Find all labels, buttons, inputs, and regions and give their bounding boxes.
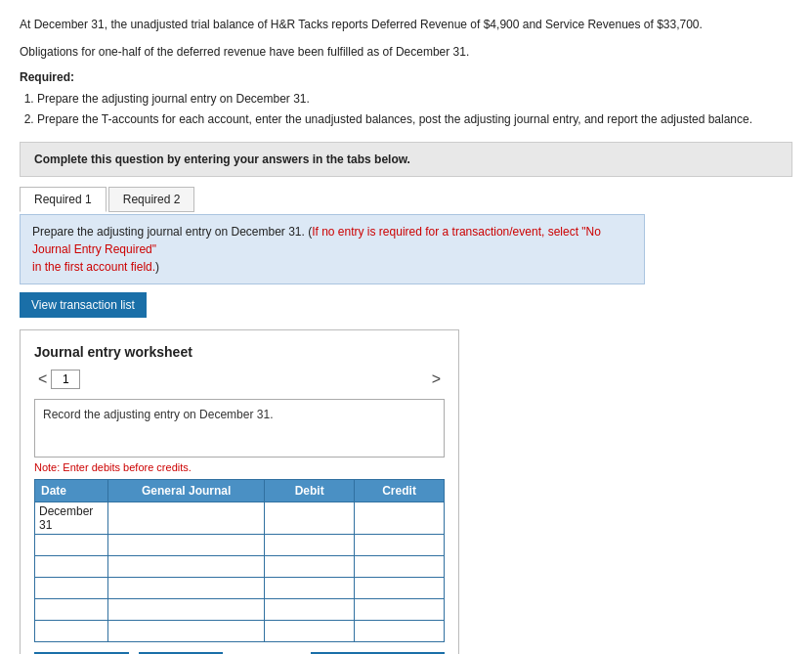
credit-input-6[interactable] — [359, 625, 440, 638]
debit-input-4[interactable] — [269, 582, 350, 595]
credit-input-3[interactable] — [359, 560, 440, 574]
credit-cell-3[interactable] — [355, 556, 445, 578]
debit-cell-6[interactable] — [265, 621, 355, 642]
journal-cell-4[interactable] — [108, 578, 265, 599]
debit-cell-3[interactable] — [265, 556, 355, 578]
instructions: Prepare the adjusting journal entry on D… — [20, 90, 792, 128]
journal-input-4[interactable] — [112, 582, 260, 595]
journal-cell-3[interactable] — [108, 556, 265, 578]
credit-cell-5[interactable] — [355, 599, 445, 621]
table-row — [35, 599, 445, 621]
required-label: Required: — [20, 70, 792, 84]
complete-box: Complete this question by entering your … — [20, 142, 792, 177]
credit-cell-2[interactable] — [355, 535, 445, 556]
credit-input-1[interactable] — [359, 511, 440, 525]
journal-cell-6[interactable] — [108, 621, 265, 642]
prev-page-btn[interactable]: < — [34, 371, 51, 388]
intro-paragraph: At December 31, the unadjusted trial bal… — [20, 16, 792, 61]
table-row: December 31 — [35, 502, 445, 535]
journal-cell-1[interactable] — [108, 502, 265, 535]
date-cell-4 — [35, 578, 108, 599]
credit-cell-6[interactable] — [355, 621, 445, 642]
credit-cell-1[interactable] — [355, 502, 445, 535]
intro-text-line2: Obligations for one-half of the deferred… — [20, 43, 792, 61]
journal-cell-2[interactable] — [108, 535, 265, 556]
journal-input-5[interactable] — [112, 603, 260, 617]
debit-input-5[interactable] — [269, 603, 350, 617]
view-transaction-btn[interactable]: View transaction list — [20, 292, 147, 318]
debit-input-3[interactable] — [269, 560, 350, 574]
nav-row: < > — [34, 370, 445, 389]
note-text: Note: Enter debits before credits. — [34, 461, 445, 473]
credit-input-2[interactable] — [359, 539, 440, 552]
tab-required-2[interactable]: Required 2 — [108, 187, 195, 212]
step2: Prepare the T-accounts for each account,… — [37, 110, 792, 128]
page-number-input[interactable] — [51, 370, 80, 389]
table-row — [35, 556, 445, 578]
date-cell-6 — [35, 621, 108, 642]
table-header-row: Date General Journal Debit Credit — [35, 480, 445, 502]
next-page-btn[interactable]: > — [428, 371, 445, 388]
tabs-row: Required 1 Required 2 — [20, 187, 792, 212]
table-row — [35, 578, 445, 599]
intro-text-line1: At December 31, the unadjusted trial bal… — [20, 16, 792, 33]
table-row — [35, 535, 445, 556]
col-general-journal: General Journal — [108, 480, 265, 502]
col-date: Date — [35, 480, 108, 502]
debit-cell-1[interactable] — [265, 502, 355, 535]
instruction-box: Prepare the adjusting journal entry on D… — [20, 214, 645, 284]
debit-cell-5[interactable] — [265, 599, 355, 621]
worksheet-title: Journal entry worksheet — [34, 344, 445, 360]
journal-cell-5[interactable] — [108, 599, 265, 621]
debit-cell-4[interactable] — [265, 578, 355, 599]
date-cell-3 — [35, 556, 108, 578]
debit-input-2[interactable] — [269, 539, 350, 552]
journal-input-2[interactable] — [112, 539, 260, 552]
credit-input-5[interactable] — [359, 603, 440, 617]
journal-input-1[interactable] — [112, 511, 260, 525]
credit-cell-4[interactable] — [355, 578, 445, 599]
col-credit: Credit — [355, 480, 445, 502]
date-cell-2 — [35, 535, 108, 556]
step1: Prepare the adjusting journal entry on D… — [37, 90, 792, 108]
credit-input-4[interactable] — [359, 582, 440, 595]
record-desc-box: Record the adjusting entry on December 3… — [34, 399, 445, 458]
journal-input-3[interactable] — [112, 560, 260, 574]
journal-table: Date General Journal Debit Credit Decemb… — [34, 479, 445, 642]
date-cell-5 — [35, 599, 108, 621]
col-debit: Debit — [265, 480, 355, 502]
journal-input-6[interactable] — [112, 625, 260, 638]
debit-input-6[interactable] — [269, 625, 350, 638]
date-cell-1: December 31 — [35, 502, 108, 535]
table-row — [35, 621, 445, 642]
worksheet-container: Journal entry worksheet < > Record the a… — [20, 329, 459, 654]
tab-required-1[interactable]: Required 1 — [20, 187, 107, 212]
debit-input-1[interactable] — [269, 511, 350, 525]
debit-cell-2[interactable] — [265, 535, 355, 556]
